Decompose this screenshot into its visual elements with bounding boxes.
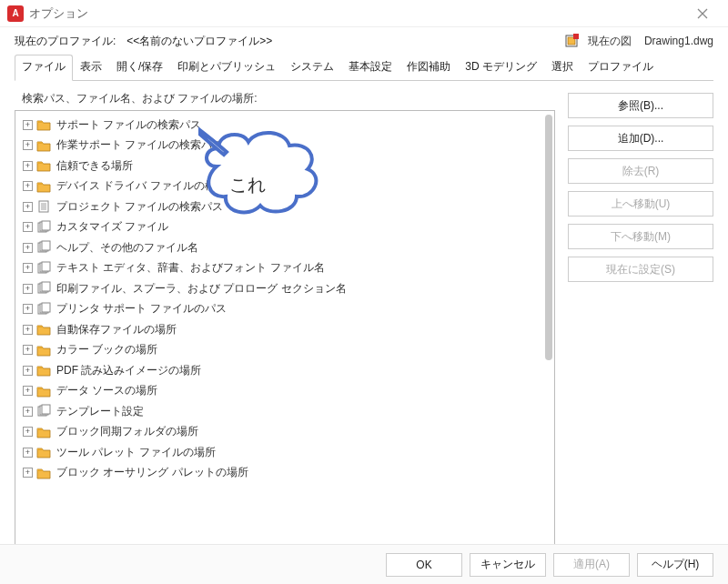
tree-item[interactable]: +プリンタ サポート ファイルのパス xyxy=(15,299,554,320)
drawing-label: 現在の図 xyxy=(588,34,632,49)
close-icon xyxy=(697,8,708,19)
browse-button[interactable]: 参照(B)... xyxy=(568,93,713,118)
add-button[interactable]: 追加(D)... xyxy=(568,126,713,151)
left-column: 検索パス、ファイル名、および ファイルの場所: +サポート ファイルの検索パス+… xyxy=(15,91,555,546)
tree-item-label: 作業サポート ファイルの検索パス xyxy=(55,137,223,153)
apply-button[interactable]: 適用(A) xyxy=(553,553,630,577)
tree-item-label: カラー ブックの場所 xyxy=(55,342,157,357)
tree-item[interactable]: +ブロック同期フォルダの場所 xyxy=(15,422,554,443)
tree-item-label: カスタマイズ ファイル xyxy=(55,219,168,235)
folder-icon xyxy=(36,158,51,173)
expand-icon[interactable]: + xyxy=(23,140,33,150)
tree-item[interactable]: +カスタマイズ ファイル xyxy=(15,217,554,238)
stack-icon xyxy=(36,261,51,276)
stack-icon xyxy=(36,220,51,235)
tree-item-label: テンプレート設定 xyxy=(55,404,144,419)
tree-item-label: 自動保存ファイルの場所 xyxy=(55,322,177,337)
expand-icon[interactable]: + xyxy=(23,181,33,191)
tab-2[interactable]: 開く/保存 xyxy=(109,55,170,81)
window-title: オプション xyxy=(29,5,88,22)
expand-icon[interactable]: + xyxy=(23,386,33,396)
tab-9[interactable]: プロファイル xyxy=(581,55,661,81)
expand-icon[interactable]: + xyxy=(23,161,33,171)
stack-icon xyxy=(36,281,51,296)
expand-icon[interactable]: + xyxy=(23,202,33,212)
expand-icon[interactable]: + xyxy=(23,345,33,355)
tab-3[interactable]: 印刷とパブリッシュ xyxy=(170,55,283,81)
folder-icon xyxy=(36,363,51,378)
tree-item[interactable]: +PDF 読み込みイメージの場所 xyxy=(15,360,554,381)
help-button[interactable]: ヘルプ(H) xyxy=(637,553,713,577)
tree-item-label: テキスト エディタ、辞書、およびフォント ファイル名 xyxy=(55,260,325,276)
drawing-file: Drawing1.dwg xyxy=(644,35,713,47)
tree-item[interactable]: +自動保存ファイルの場所 xyxy=(15,319,554,340)
tree-item[interactable]: +サポート ファイルの検索パス xyxy=(15,115,554,136)
tree-item-label: データ ソースの場所 xyxy=(55,383,157,398)
expand-icon[interactable]: + xyxy=(23,427,33,437)
tab-4[interactable]: システム xyxy=(283,55,341,81)
expand-icon[interactable]: + xyxy=(23,243,33,253)
stack-icon xyxy=(36,404,51,418)
expand-icon[interactable]: + xyxy=(23,304,33,314)
tree-item[interactable]: +データ ソースの場所 xyxy=(15,381,554,402)
tree-item[interactable]: +テンプレート設定 xyxy=(15,401,554,422)
profile-label: 現在のプロファイル: xyxy=(15,34,116,49)
tree-item[interactable]: +信頼できる場所 xyxy=(15,156,554,176)
tree-item-label: ツール パレット ファイルの場所 xyxy=(55,445,216,460)
tree-item[interactable]: +作業サポート ファイルの検索パス xyxy=(15,136,554,156)
tab-8[interactable]: 選択 xyxy=(544,55,581,81)
close-button[interactable] xyxy=(684,1,721,26)
tab-0[interactable]: ファイル xyxy=(15,55,73,81)
tab-7[interactable]: 3D モデリング xyxy=(458,55,544,81)
tree-item[interactable]: +ツール パレット ファイルの場所 xyxy=(15,442,554,463)
tree-item-label: ブロック同期フォルダの場所 xyxy=(55,424,198,439)
titlebar: A オプション xyxy=(0,0,728,27)
current-drawing-section: 現在の図 Drawing1.dwg xyxy=(564,33,713,49)
expand-icon[interactable]: + xyxy=(23,366,33,376)
folder-icon xyxy=(36,466,51,480)
expand-icon[interactable]: + xyxy=(23,120,33,130)
tree-item[interactable]: +カラー ブックの場所 xyxy=(15,340,554,361)
path-tree[interactable]: +サポート ファイルの検索パス+作業サポート ファイルの検索パス+信頼できる場所… xyxy=(15,110,555,546)
folder-icon xyxy=(36,343,51,357)
folder-icon xyxy=(36,445,51,459)
folder-icon xyxy=(36,117,51,132)
tree-item[interactable]: +デバイス ドライバ ファイルの検索パス xyxy=(15,176,554,197)
tree-item[interactable]: +ブロック オーサリング パレットの場所 xyxy=(15,463,554,484)
move-down-button[interactable]: 下へ移動(M) xyxy=(568,224,713,249)
tab-6[interactable]: 作図補助 xyxy=(399,55,458,81)
tab-1[interactable]: 表示 xyxy=(73,55,109,81)
expand-icon[interactable]: + xyxy=(23,222,33,232)
tab-5[interactable]: 基本設定 xyxy=(341,55,399,81)
move-up-button[interactable]: 上へ移動(U) xyxy=(568,191,713,216)
folder-icon xyxy=(36,384,51,398)
right-column: 参照(B)... 追加(D)... 除去(R) 上へ移動(U) 下へ移動(M) … xyxy=(568,91,713,546)
expand-icon[interactable]: + xyxy=(23,325,33,335)
app-icon: A xyxy=(7,5,24,22)
tree-item-label: PDF 読み込みイメージの場所 xyxy=(55,363,201,378)
cancel-button[interactable]: キャンセル xyxy=(470,553,546,577)
folder-icon xyxy=(36,425,51,439)
tree-item[interactable]: +テキスト エディタ、辞書、およびフォント ファイル名 xyxy=(15,258,554,279)
svg-rect-2 xyxy=(573,34,579,39)
folder-icon xyxy=(36,138,51,153)
drawing-icon xyxy=(564,33,581,49)
tree-item[interactable]: +プロジェクト ファイルの検索パス xyxy=(15,196,554,217)
tree-item[interactable]: +ヘルプ、その他のファイル名 xyxy=(15,237,554,258)
expand-icon[interactable]: + xyxy=(23,448,33,458)
tree-item-label: プロジェクト ファイルの検索パス xyxy=(55,199,223,215)
expand-icon[interactable]: + xyxy=(23,263,33,273)
expand-icon[interactable]: + xyxy=(23,284,33,294)
content: 検索パス、ファイル名、および ファイルの場所: +サポート ファイルの検索パス+… xyxy=(0,82,728,546)
profile-name: <<名前のないプロファイル>> xyxy=(126,34,272,49)
remove-button[interactable]: 除去(R) xyxy=(568,158,713,184)
tab-underline xyxy=(15,80,713,81)
ok-button[interactable]: OK xyxy=(386,553,462,577)
tree-item-label: ヘルプ、その他のファイル名 xyxy=(55,240,198,256)
expand-icon[interactable]: + xyxy=(23,407,33,417)
set-current-button[interactable]: 現在に設定(S) xyxy=(568,257,713,282)
tree-item[interactable]: +印刷ファイル、スプーラ、および プロローグ セクション名 xyxy=(15,278,554,299)
expand-icon[interactable]: + xyxy=(23,468,33,478)
tree-item-label: ブロック オーサリング パレットの場所 xyxy=(55,465,248,480)
scrollbar[interactable] xyxy=(545,115,552,360)
